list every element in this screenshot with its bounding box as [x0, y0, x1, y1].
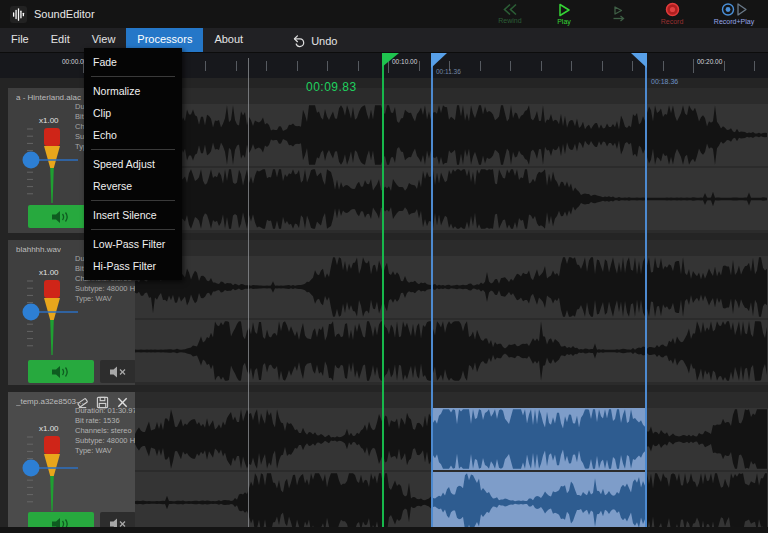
- menu-item-clip[interactable]: Clip: [84, 102, 182, 124]
- ruler-tick: [541, 61, 542, 71]
- track-2-speed-label: x1.00: [39, 268, 59, 277]
- ruler-tick: [693, 59, 694, 73]
- ruler-tick: [510, 61, 511, 71]
- ruler-tick: [724, 61, 725, 71]
- playhead-time-label: 00:09.83: [306, 80, 357, 94]
- ruler-tick: [571, 61, 572, 71]
- track-3-volume-fader[interactable]: [18, 434, 88, 514]
- play-button[interactable]: Play: [544, 1, 584, 27]
- menu-item-speed-adjust[interactable]: Speed Adjust: [84, 153, 182, 175]
- ruler-tick-label: 00:20.00: [697, 58, 722, 65]
- track-2-unmute-button[interactable]: [28, 360, 94, 383]
- track-1-speed-label: x1.00: [39, 116, 59, 125]
- title-bar: SoundEditor Rewind Play: [0, 0, 768, 28]
- bottom-edge: [0, 527, 768, 533]
- track-3-channel-right[interactable]: [135, 472, 768, 533]
- selection-end-flag[interactable]: [630, 53, 647, 69]
- record-button[interactable]: Record: [652, 1, 692, 27]
- track-2-volume-fader[interactable]: [18, 278, 88, 358]
- play-label: Play: [557, 18, 571, 26]
- speaker-mute-icon: [109, 365, 127, 379]
- undo-label: Undo: [311, 35, 337, 47]
- ruler-tick: [236, 61, 237, 71]
- track-3-speed-label: x1.00: [39, 424, 59, 433]
- selection-start-flag[interactable]: [431, 53, 448, 69]
- ruler-tick: [327, 61, 328, 71]
- menu-item-normalize[interactable]: Normalize: [84, 80, 182, 102]
- track-1-channel-right[interactable]: [135, 168, 768, 230]
- menu-file[interactable]: File: [0, 28, 40, 52]
- rewind-icon: [502, 3, 518, 16]
- track-2-mute-button[interactable]: [100, 360, 136, 383]
- playhead-line[interactable]: [382, 53, 384, 533]
- edit-cursor-line[interactable]: [248, 58, 249, 533]
- ruler-tick: [205, 61, 206, 71]
- menu-item-hi-pass[interactable]: Hi-Pass Filter: [84, 255, 182, 277]
- ruler-tick: [480, 61, 481, 71]
- undo-button[interactable]: Undo: [292, 28, 337, 52]
- track-1-channel-left[interactable]: [135, 104, 768, 166]
- play-icon: [557, 3, 571, 17]
- menu-item-echo[interactable]: Echo: [84, 124, 182, 146]
- track-1-name: a - Hinterland.alac: [16, 93, 81, 102]
- track-3-channel-left[interactable]: [135, 408, 768, 470]
- rewind-label: Rewind: [498, 17, 521, 25]
- playhead-flag[interactable]: [382, 53, 400, 69]
- track-2-name: blahhhh.wav: [16, 245, 61, 254]
- ruler-tick: [419, 61, 420, 71]
- undo-icon: [292, 34, 306, 48]
- ruler-tick: [358, 61, 359, 71]
- selection-start-time: 00:11.36: [436, 68, 461, 75]
- ruler-tick: [297, 61, 298, 71]
- menu-edit[interactable]: Edit: [40, 28, 81, 52]
- app-window: SoundEditor Rewind Play: [0, 0, 768, 533]
- selection-end-line[interactable]: [645, 53, 647, 533]
- menu-separator: [91, 200, 175, 201]
- selection-start-line[interactable]: [431, 53, 433, 533]
- ruler-tick: [602, 61, 603, 71]
- speaker-on-icon: [50, 210, 72, 224]
- app-logo-waveform-icon: [10, 6, 27, 23]
- ruler-tick: [266, 61, 267, 71]
- menu-item-reverse[interactable]: Reverse: [84, 175, 182, 197]
- track-2-waveform-area[interactable]: [135, 240, 768, 385]
- record-play-button[interactable]: Record+Play: [706, 1, 762, 27]
- record-icon: [665, 2, 680, 17]
- selection-end-time: 00:18.36: [651, 78, 678, 85]
- track-1-waveform-area[interactable]: [135, 88, 768, 233]
- transport-toolbar: Rewind Play Record: [490, 1, 762, 27]
- track-1-volume-fader[interactable]: [18, 126, 88, 206]
- play-selection-icon: [611, 6, 626, 22]
- track-3-waveform-area[interactable]: [135, 392, 768, 533]
- play-selection-button[interactable]: [598, 1, 638, 27]
- track-2-channel-right[interactable]: [135, 320, 768, 382]
- menu-about[interactable]: About: [203, 28, 254, 52]
- track-3-info-panel[interactable]: _temp.a32e8503-559e-... Duration: 01:30.…: [8, 392, 135, 533]
- processors-dropdown-menu: Fade Normalize Clip Echo Speed Adjust Re…: [84, 48, 182, 280]
- menu-item-insert-silence[interactable]: Insert Silence: [84, 204, 182, 226]
- menu-item-low-pass[interactable]: Low-Pass Filter: [84, 233, 182, 255]
- track-row-3: _temp.a32e8503-559e-... Duration: 01:30.…: [8, 392, 768, 533]
- menu-separator: [91, 76, 175, 77]
- speaker-on-icon: [50, 365, 72, 379]
- ruler-tick: [754, 61, 755, 71]
- ruler-tick: [663, 61, 664, 71]
- menu-separator: [91, 149, 175, 150]
- record-play-label: Record+Play: [714, 18, 754, 26]
- rewind-button[interactable]: Rewind: [490, 1, 530, 27]
- record-play-icon: [721, 2, 748, 17]
- track-2-channel-left[interactable]: [135, 256, 768, 318]
- menu-separator: [91, 229, 175, 230]
- menu-item-fade[interactable]: Fade: [84, 51, 182, 73]
- app-title: SoundEditor: [34, 8, 95, 20]
- record-label: Record: [661, 18, 684, 26]
